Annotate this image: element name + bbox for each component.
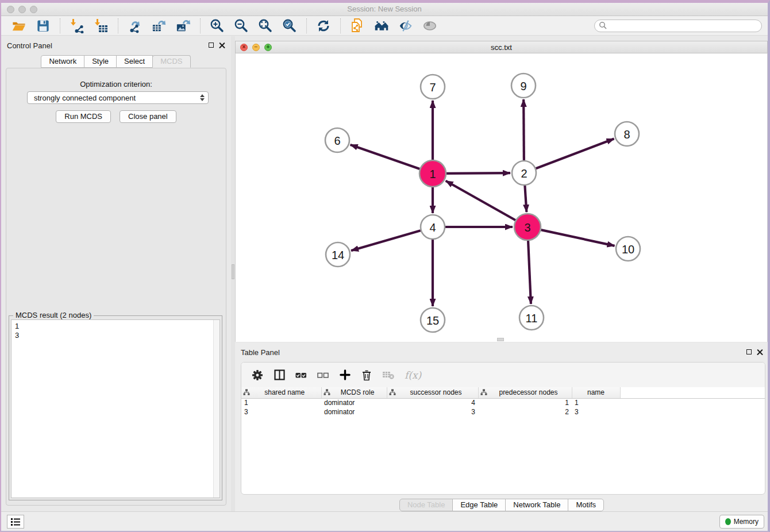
- graph-node-label: 11: [526, 312, 538, 325]
- result-scrollbar[interactable]: [213, 320, 220, 498]
- splitter-grip[interactable]: [232, 264, 234, 279]
- graph-node[interactable]: 11: [519, 306, 544, 330]
- graph-edge[interactable]: [528, 241, 531, 304]
- unselect-all-columns-icon[interactable]: [315, 367, 331, 383]
- clone-network-icon[interactable]: [350, 18, 365, 33]
- tab-select[interactable]: Select: [116, 55, 153, 68]
- node-table: shared name MCDS role successor nodes pr…: [241, 387, 765, 417]
- add-column-icon[interactable]: [337, 367, 353, 383]
- graph-edge[interactable]: [446, 181, 515, 220]
- table-row[interactable]: 3 dominator 3 2 3: [241, 407, 765, 417]
- close-table-panel-icon[interactable]: [757, 349, 763, 355]
- settings-gear-icon[interactable]: [249, 367, 265, 383]
- criterion-dropdown[interactable]: strongly connected component: [27, 91, 209, 104]
- memory-label: Memory: [734, 518, 759, 526]
- graph-node-label: 9: [520, 80, 526, 92]
- graph-node[interactable]: 2: [512, 161, 536, 185]
- open-session-icon[interactable]: [11, 18, 26, 33]
- zoom-out-icon[interactable]: [234, 18, 249, 33]
- cell-shared-name[interactable]: 3: [241, 407, 321, 417]
- cell-shared-name[interactable]: 1: [241, 398, 321, 407]
- tab-motifs[interactable]: Motifs: [568, 499, 604, 511]
- cell-successor-nodes[interactable]: 3: [387, 407, 478, 417]
- control-panel-title: Control Panel: [7, 41, 52, 50]
- vertical-splitter[interactable]: [231, 36, 235, 511]
- graph-node[interactable]: 3: [514, 214, 541, 240]
- cell-predecessor-nodes[interactable]: 1: [478, 398, 572, 407]
- table-tabs: Node Table Edge Table Network Table Moti…: [235, 499, 769, 511]
- column-header-name[interactable]: name: [572, 387, 620, 398]
- graph-edge[interactable]: [541, 230, 614, 246]
- tab-style[interactable]: Style: [84, 55, 117, 68]
- column-header-mcds-role[interactable]: MCDS role: [321, 387, 387, 398]
- float-table-panel-icon[interactable]: [746, 349, 752, 354]
- refresh-view-icon[interactable]: [316, 18, 331, 33]
- float-panel-icon[interactable]: [209, 43, 214, 48]
- tab-mcds[interactable]: MCDS: [152, 55, 190, 68]
- search-input[interactable]: [607, 21, 761, 31]
- table-row[interactable]: 1 dominator 4 1 1: [241, 398, 765, 407]
- cell-successor-nodes[interactable]: 4: [387, 398, 478, 407]
- zoom-in-icon[interactable]: [210, 18, 225, 33]
- table-toolbar: f(x): [241, 363, 765, 387]
- graph-node-label: 7: [429, 81, 436, 94]
- import-table-icon[interactable]: [94, 18, 109, 33]
- home-layout-icon[interactable]: [374, 18, 389, 33]
- network-canvas[interactable]: 7968124314101511: [235, 53, 768, 342]
- cell-name[interactable]: 3: [572, 407, 620, 417]
- search-box[interactable]: [594, 20, 762, 32]
- cell-mcds-role[interactable]: dominator: [321, 407, 387, 417]
- graph-edge[interactable]: [351, 145, 420, 169]
- graph-node[interactable]: 8: [615, 122, 639, 146]
- graph-edge[interactable]: [536, 139, 614, 169]
- save-session-icon[interactable]: [36, 18, 51, 33]
- task-history-button[interactable]: [7, 515, 24, 529]
- app-titlebar: Session: New Session: [1, 3, 768, 16]
- graph-node[interactable]: 6: [325, 128, 349, 152]
- graph-edge[interactable]: [351, 230, 421, 250]
- graph-edge[interactable]: [446, 173, 510, 174]
- graph-edge[interactable]: [523, 99, 524, 160]
- tab-network[interactable]: Network: [41, 55, 84, 68]
- export-table-icon[interactable]: [152, 18, 167, 33]
- graph-node[interactable]: 10: [616, 237, 640, 261]
- graph-node[interactable]: 4: [421, 215, 445, 239]
- delete-column-icon[interactable]: [359, 367, 375, 383]
- run-mcds-button[interactable]: Run MCDS: [56, 110, 111, 123]
- export-image-icon[interactable]: [176, 18, 191, 33]
- graph-node[interactable]: 15: [421, 308, 445, 332]
- memory-button[interactable]: Memory: [719, 515, 764, 529]
- node-table-card: f(x) shared name MCDS role successor nod…: [241, 362, 765, 495]
- close-panel-button[interactable]: Close panel: [120, 110, 176, 123]
- network-window-titlebar[interactable]: × − + scc.txt: [235, 41, 768, 53]
- cell-predecessor-nodes[interactable]: 2: [478, 407, 572, 417]
- hierarchy-icon: [324, 389, 330, 396]
- show-columns-icon[interactable]: [271, 367, 287, 383]
- table-header-row: shared name MCDS role successor nodes pr…: [241, 387, 765, 398]
- graph-node[interactable]: 7: [421, 75, 445, 99]
- tab-node-table[interactable]: Node Table: [399, 499, 453, 511]
- column-header-predecessor-nodes[interactable]: predecessor nodes: [478, 387, 572, 398]
- canvas-resize-grip[interactable]: [497, 338, 504, 341]
- import-network-icon[interactable]: [70, 18, 84, 33]
- tab-edge-table[interactable]: Edge Table: [452, 499, 506, 511]
- graph-node[interactable]: 14: [326, 242, 350, 267]
- select-all-columns-icon[interactable]: [293, 367, 309, 383]
- cell-mcds-role[interactable]: dominator: [321, 398, 387, 407]
- close-panel-icon[interactable]: [219, 42, 225, 48]
- mcds-result-title: MCDS result (2 nodes): [13, 311, 94, 319]
- cell-name[interactable]: 1: [572, 398, 620, 407]
- network-graph[interactable]: 7968124314101511: [236, 53, 768, 342]
- export-network-icon[interactable]: [128, 18, 143, 33]
- mcds-result-text[interactable]: 1 3: [11, 319, 220, 498]
- zoom-selected-icon[interactable]: [282, 18, 297, 33]
- zoom-fit-icon[interactable]: [258, 18, 273, 33]
- column-header-successor-nodes[interactable]: successor nodes: [387, 387, 478, 398]
- column-header-shared-name[interactable]: shared name: [241, 387, 321, 398]
- tab-network-table[interactable]: Network Table: [505, 499, 568, 511]
- graph-node[interactable]: 9: [511, 74, 536, 98]
- show-graphics-details-icon[interactable]: [422, 18, 437, 33]
- graph-node[interactable]: 1: [419, 160, 446, 187]
- graph-edge[interactable]: [525, 186, 526, 212]
- style-visibility-icon[interactable]: [398, 18, 413, 33]
